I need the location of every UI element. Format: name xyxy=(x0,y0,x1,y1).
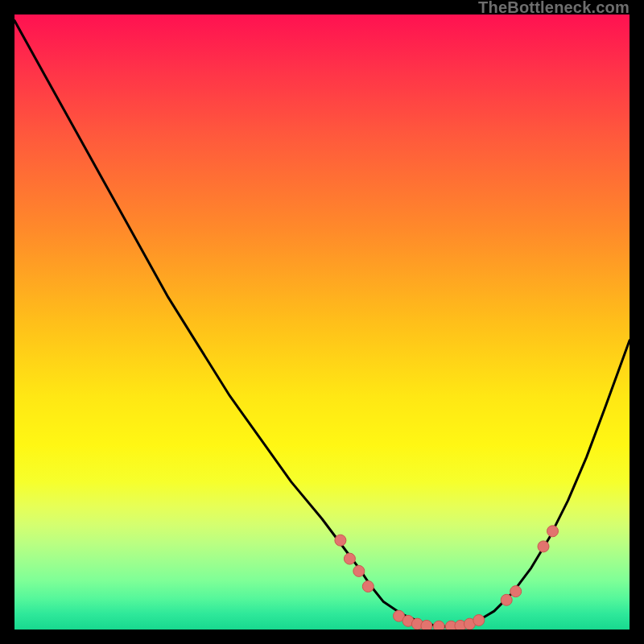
data-point xyxy=(510,586,522,597)
data-point xyxy=(473,615,485,626)
data-point xyxy=(433,621,444,630)
data-point xyxy=(353,565,365,576)
data-point xyxy=(501,594,512,605)
data-point xyxy=(362,581,374,592)
bottleneck-chart xyxy=(14,14,630,630)
data-point xyxy=(335,535,346,546)
data-point xyxy=(344,553,355,564)
data-point xyxy=(538,541,549,552)
data-point xyxy=(421,620,432,630)
outer-frame: TheBottleneck.com xyxy=(0,0,644,644)
heatmap-background xyxy=(14,14,630,630)
data-point xyxy=(547,526,559,537)
